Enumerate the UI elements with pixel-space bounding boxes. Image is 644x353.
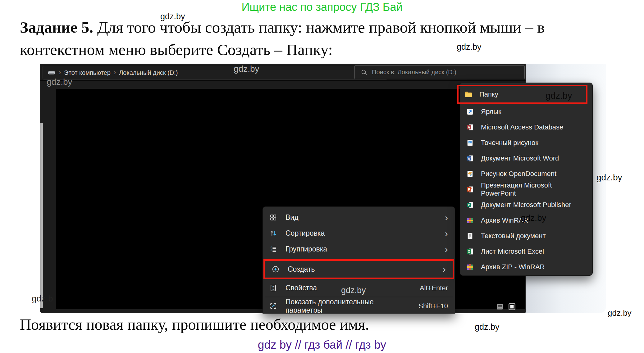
svg-text:W: W [467, 157, 470, 160]
task-heading: Задание 5. Для того чтобы создать папку:… [20, 16, 619, 61]
svg-text:A: A [468, 125, 470, 129]
menu-item-group[interactable]: Группировка › [263, 241, 455, 257]
opendocument-icon: 2 [466, 170, 474, 178]
task-number: Задание 5. [20, 19, 93, 36]
shortcut-arrow-icon [466, 108, 474, 116]
more-options-icon [269, 302, 277, 310]
submenu-item-powerpoint-presentation[interactable]: P Презентация Microsoft PowerPoint [460, 182, 592, 197]
submenu-item-zip-winrar-archive[interactable]: Архив ZIP - WinRAR [460, 259, 592, 275]
menu-item-sort[interactable]: Сортировка › [263, 225, 455, 241]
winrar-zip-icon [466, 263, 474, 271]
menu-item-label: Свойства [285, 284, 317, 292]
chevron-right-icon: › [443, 266, 446, 272]
breadcrumb-this-pc[interactable]: Этот компьютер [64, 69, 111, 76]
publisher-file-icon: P [466, 201, 474, 209]
powerpoint-file-icon: P [466, 185, 474, 194]
menu-divider [265, 297, 453, 297]
submenu-item-label: Рисунок OpenDocument [481, 170, 556, 178]
drive-icon [47, 69, 56, 77]
submenu-item-word-document[interactable]: W Документ Microsoft Word [460, 151, 592, 166]
svg-text:X: X [468, 250, 470, 253]
menu-item-label: Показать дополнительные параметры [285, 298, 402, 314]
watermark: gdz.by [475, 322, 500, 332]
details-view-icon[interactable] [496, 302, 504, 311]
svg-text:P: P [468, 188, 470, 191]
svg-text:P: P [468, 203, 470, 207]
submenu-item-label: Папку [479, 90, 498, 98]
watermark: gdz.by [608, 308, 632, 318]
search-placeholder: Поиск в: Локальный диск (D:) [372, 69, 456, 76]
chevron-right-icon: › [445, 246, 448, 252]
shortcut-label: Shift+F10 [418, 302, 448, 310]
task-text: Для того чтобы создать папку: нажмите пр… [20, 19, 545, 58]
view-grid-icon [269, 213, 277, 222]
status-bar [496, 302, 516, 311]
winrar-icon [466, 216, 474, 225]
submenu-item-label: Архив ZIP - WinRAR [481, 263, 545, 271]
menu-item-label: Сортировка [285, 229, 325, 238]
explorer-toolbar: › Этот компьютер › Локальный диск (D:) П… [40, 64, 526, 81]
menu-item-label: Создать [288, 265, 315, 274]
bitmap-image-icon [466, 139, 474, 147]
menu-item-properties[interactable]: Свойства Alt+Enter [263, 280, 455, 296]
context-menu: Вид › Сортировка › Группировка › Создать… [263, 206, 455, 314]
large-icons-view-icon[interactable] [508, 302, 516, 311]
submenu-item-opendocument-drawing[interactable]: 2 Рисунок OpenDocument [460, 166, 592, 182]
submenu-item-label: Текстовый документ [481, 232, 546, 240]
shortcut-label: Alt+Enter [420, 284, 448, 292]
properties-icon [269, 284, 277, 292]
submenu-item-text-document[interactable]: Текстовый документ [460, 228, 592, 244]
task-result-text: Появится новая папку, пропишите необходи… [20, 315, 369, 333]
breadcrumb-local-disk-d[interactable]: Локальный диск (D:) [119, 69, 178, 76]
menu-item-label: Вид [285, 213, 299, 222]
access-file-icon: A [466, 123, 474, 132]
submenu-item-access-database[interactable]: A Microsoft Access Database [460, 120, 592, 135]
submenu-item-label: Презентация Microsoft PowerPoint [481, 181, 587, 197]
menu-item-view[interactable]: Вид › [263, 210, 455, 225]
submenu-item-label: Microsoft Access Database [481, 123, 563, 131]
menu-item-label: Группировка [285, 245, 327, 253]
submenu-item-label: Документ Microsoft Publisher [481, 201, 571, 209]
submenu-item-label: Точечный рисунок [481, 139, 538, 147]
chevron-right-icon: › [59, 69, 61, 77]
submenu-item-publisher-document[interactable]: P Документ Microsoft Publisher [460, 197, 592, 213]
highlight-box-create: Создать › [263, 259, 454, 279]
scrollbar[interactable] [40, 123, 43, 308]
menu-item-create[interactable]: Создать › [265, 261, 453, 278]
sort-icon [269, 229, 277, 238]
address-bar[interactable]: › Этот компьютер › Локальный диск (D:) [43, 66, 387, 79]
chevron-right-icon: › [114, 69, 116, 77]
menu-divider [265, 258, 453, 258]
submenu-item-label: Документ Microsoft Word [481, 154, 559, 162]
chevron-right-icon: › [445, 215, 448, 221]
submenu-item-folder[interactable]: Папку [459, 86, 586, 102]
submenu-item-label: Архив WinRAR [481, 216, 528, 224]
folder-icon [464, 90, 473, 99]
search-input[interactable]: Поиск в: Локальный диск (D:) [354, 65, 525, 79]
svg-text:2: 2 [469, 173, 471, 177]
word-file-icon: W [466, 154, 474, 163]
menu-item-show-more-options[interactable]: Показать дополнительные параметры Shift+… [263, 298, 455, 314]
submenu-item-shortcut[interactable]: Ярлык [460, 104, 592, 120]
submenu-item-label: Ярлык [481, 108, 501, 116]
text-file-icon [466, 232, 474, 240]
highlight-box-folder: Папку [457, 85, 587, 104]
promo-banner: Ищите нас по запросу ГДЗ Бай [0, 1, 644, 14]
group-list-icon [269, 245, 277, 253]
chevron-right-icon: › [445, 230, 448, 237]
submenu-item-label: Лист Microsoft Excel [481, 247, 544, 256]
plus-circle-icon [271, 265, 280, 274]
excel-file-icon: X [466, 247, 474, 256]
promo-footer: gdz by // гдз бай // гдз by [0, 338, 644, 351]
search-icon [360, 68, 368, 76]
submenu-item-excel-sheet[interactable]: X Лист Microsoft Excel [460, 244, 592, 259]
submenu-item-winrar-archive[interactable]: Архив WinRAR [460, 213, 592, 228]
create-submenu: Папку Ярлык A Microsoft Access Database … [460, 83, 593, 276]
submenu-item-bitmap[interactable]: Точечный рисунок [460, 135, 592, 151]
